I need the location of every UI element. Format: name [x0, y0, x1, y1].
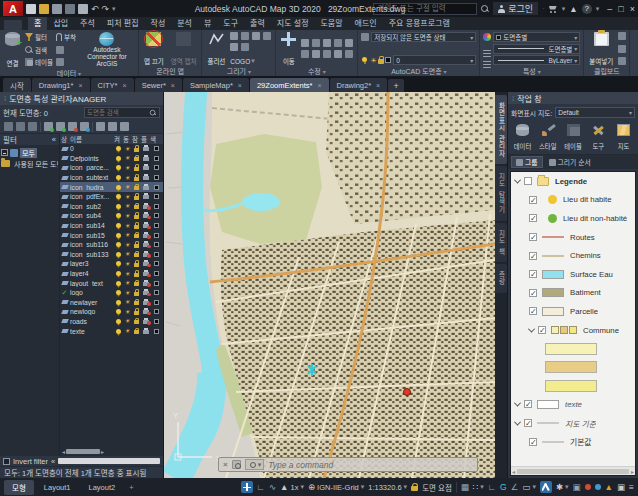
legend-item[interactable]: Commune — [511, 321, 635, 340]
legend-item[interactable]: Routes — [511, 228, 635, 247]
legend-item[interactable] — [511, 358, 635, 377]
legend-item[interactable]: Surface Eau — [511, 265, 635, 284]
polyline-button[interactable]: 폴리선 — [205, 31, 227, 66]
expand-icon[interactable] — [1, 149, 8, 156]
command-line[interactable]: × ▾ Type a command — [218, 457, 478, 472]
attach-button[interactable]: 부착 — [56, 32, 76, 42]
chevron-down-icon[interactable] — [528, 325, 535, 332]
layout-tab[interactable]: Layout1 — [36, 481, 79, 494]
layer-lock-icon[interactable] — [134, 311, 139, 315]
map-scale-control[interactable]: 1:13320.6▾ — [368, 483, 407, 492]
infer-constraints-icon[interactable]: ∟ — [257, 482, 265, 492]
layer-lock-icon[interactable] — [134, 273, 139, 277]
layer-on-icon[interactable] — [116, 242, 121, 247]
layer-freeze-icon[interactable]: ☀ — [125, 213, 130, 219]
coordinate-system-control[interactable]: ⊕IGN-IIE-Grid▾ — [308, 482, 364, 492]
layer-row[interactable]: icon_sub15 ☀ — [60, 230, 163, 240]
layer-freeze-icon[interactable]: ☀ — [125, 328, 130, 334]
erase-tool-icon[interactable] — [345, 50, 353, 58]
help-caret-icon[interactable]: ▾ — [596, 5, 600, 13]
visibility-checkbox[interactable] — [529, 252, 537, 260]
layer-on-icon[interactable] — [116, 204, 121, 209]
legend-item[interactable]: Chemins — [511, 246, 635, 265]
circle-tool-icon[interactable] — [241, 32, 249, 40]
visibility-checkbox[interactable] — [529, 214, 537, 222]
layer-plot-icon[interactable] — [143, 157, 149, 161]
collapse-filters-icon[interactable]: « — [52, 135, 56, 144]
close-tab-icon[interactable]: × — [317, 82, 321, 89]
layer-row[interactable]: icon_pdfEx... ☀ — [60, 192, 163, 202]
layer-lock-icon[interactable] — [378, 59, 384, 64]
ribbon-tab[interactable]: 분석 — [171, 16, 198, 30]
task-pane-tab[interactable]: 화면표시 관리자 — [495, 95, 507, 164]
close-tab-icon[interactable]: × — [238, 82, 242, 89]
group-label-properties[interactable]: 특성▾ — [483, 66, 580, 76]
status-globe-icon[interactable] — [595, 484, 601, 490]
document-tab[interactable]: 시작 — [3, 78, 31, 92]
document-tab[interactable]: Drawing1* × — [32, 78, 90, 92]
layer-on-icon[interactable] — [116, 271, 121, 276]
tree-hscrollbar[interactable]: ◂ ▸ — [511, 466, 635, 475]
layer-lock-icon[interactable] — [134, 301, 139, 305]
map-off-button[interactable]: 맵 끄기 — [142, 31, 166, 66]
layer-lock-icon[interactable] — [134, 167, 139, 171]
layer-freeze-icon[interactable]: ☀ — [125, 155, 130, 161]
filter-button[interactable]: 필터 — [25, 32, 53, 42]
column-header[interactable]: 상 — [60, 134, 70, 144]
task-pane-button[interactable]: 테이블 — [562, 123, 585, 152]
search-icon[interactable] — [481, 5, 489, 13]
fillet-tool-icon[interactable] — [345, 39, 353, 47]
viewport-scale-control[interactable]: ▲1x▾ — [280, 482, 304, 492]
visibility-checkbox[interactable] — [524, 419, 532, 427]
layer-on-icon[interactable] — [116, 233, 121, 238]
layer-on-icon[interactable] — [116, 194, 121, 199]
layer-on-icon[interactable] — [116, 252, 121, 257]
undo-icon[interactable]: ↶ — [91, 4, 99, 14]
layer-color-swatch[interactable] — [154, 290, 159, 295]
layer-on-icon[interactable] — [116, 146, 121, 151]
search-button[interactable]: 검색 — [25, 45, 53, 55]
layer-row[interactable]: newlogo ☀ — [60, 307, 163, 317]
refresh-icon[interactable] — [96, 122, 105, 131]
copy-with-basepoint-icon[interactable] — [618, 57, 626, 65]
layer-on-icon[interactable] — [116, 185, 121, 190]
help-search-input[interactable] — [373, 3, 477, 15]
display-map-dropdown[interactable]: Default — [555, 107, 635, 118]
annotation-monitor-icon[interactable] — [540, 481, 552, 493]
layer-lock-icon[interactable] — [134, 320, 139, 324]
layer-freeze-icon[interactable]: ☀ — [125, 232, 130, 238]
layer-lock-icon[interactable] — [134, 157, 139, 161]
mode-tab[interactable]: 그리기 순서 — [545, 156, 595, 168]
ortho-mode-icon[interactable]: ∟ — [488, 482, 496, 492]
layer-color-swatch[interactable] — [154, 213, 159, 218]
layer-row[interactable]: newlayer ☀ — [60, 298, 163, 308]
layer-on-icon[interactable] — [116, 165, 121, 170]
trim-tool-icon[interactable] — [312, 39, 320, 47]
layer-freeze-icon[interactable]: ☀ — [125, 175, 130, 181]
app-store-icon[interactable] — [549, 5, 558, 13]
layer-color-swatch[interactable] — [154, 319, 159, 324]
layer-row[interactable]: icon_parce... ☀ — [60, 163, 163, 173]
layer-lock-icon[interactable] — [134, 292, 139, 296]
visibility-checkbox[interactable] — [529, 270, 537, 278]
table-button[interactable]: 테이블 — [25, 57, 53, 67]
qat-customize-icon[interactable]: ▾ — [112, 4, 116, 14]
layer-plot-icon[interactable] — [143, 253, 149, 257]
layer-on-icon[interactable] — [116, 261, 121, 266]
ellipse-tool-icon[interactable] — [230, 43, 238, 51]
layer-row[interactable]: icon_sub133 ☀ — [60, 250, 163, 260]
layer-lock-icon[interactable] — [134, 148, 139, 152]
layer-on-icon[interactable] — [116, 309, 121, 314]
layer-row[interactable]: icon_sub14 ☀ — [60, 221, 163, 231]
lineweight-dropdown[interactable]: ByLayer — [493, 55, 580, 65]
mode-tab[interactable]: 그룹 — [511, 156, 543, 168]
ribbon-tab[interactable]: 도구 — [217, 16, 244, 30]
maximize-button[interactable]: □ — [618, 4, 623, 14]
help-icon[interactable]: ? — [582, 4, 592, 14]
layer-row[interactable]: layer3 ☀ — [60, 259, 163, 269]
layer-row[interactable]: icon_hudra ☀ — [60, 182, 163, 192]
current-layer-dropdown[interactable]: 0 — [393, 55, 476, 65]
layer-row[interactable]: icon_subtext ☀ — [60, 173, 163, 183]
layer-search-box[interactable] — [84, 107, 160, 118]
point-tool-icon[interactable] — [263, 32, 271, 40]
